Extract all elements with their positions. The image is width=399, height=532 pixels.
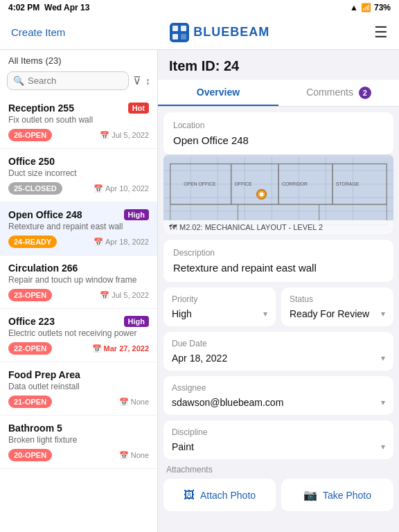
item-desc: Retexture and repaint east wall bbox=[8, 222, 149, 231]
main-layout: All Items (23) 🔍 ⊽ ↕ Reception 255 Hot F… bbox=[0, 50, 399, 532]
priority-select[interactable]: High ▾ bbox=[172, 308, 267, 319]
bluebeam-logo-text: BLUEBEAM bbox=[193, 25, 269, 39]
left-panel: All Items (23) 🔍 ⊽ ↕ Reception 255 Hot F… bbox=[0, 50, 158, 532]
item-title: Reception 255 bbox=[8, 103, 74, 114]
date-icon: 📅 bbox=[100, 131, 109, 140]
discipline-select[interactable]: Paint ▾ bbox=[172, 441, 385, 452]
list-item[interactable]: Office 250 Duct size incorrect 25-CLOSED… bbox=[0, 149, 157, 202]
location-label: Location bbox=[173, 121, 384, 130]
comments-badge: 2 bbox=[359, 87, 371, 99]
item-badge: High bbox=[124, 316, 149, 327]
search-input[interactable] bbox=[28, 76, 123, 86]
tabs-row: Overview Comments 2 bbox=[158, 80, 399, 107]
svg-text:OPEN OFFICE: OPEN OFFICE bbox=[184, 181, 216, 186]
assignee-label: Assignee bbox=[172, 383, 385, 393]
attachments-section: Attachments 🖼 Attach Photo 📷 Take Photo bbox=[163, 465, 393, 511]
list-item[interactable]: Circulation 266 Repair and touch up wind… bbox=[0, 256, 157, 309]
discipline-chevron-icon: ▾ bbox=[381, 442, 385, 452]
svg-rect-1 bbox=[172, 26, 178, 31]
attach-buttons: 🖼 Attach Photo 📷 Take Photo bbox=[163, 479, 393, 511]
location-value: Open Office 248 bbox=[173, 134, 384, 146]
priority-chevron-icon: ▾ bbox=[263, 309, 267, 319]
assignee-field[interactable]: Assignee sdawson@bluebeam.com ▾ bbox=[163, 376, 393, 415]
item-title: Food Prep Area bbox=[8, 369, 80, 380]
due-date-label: Due Date bbox=[172, 339, 385, 348]
item-status-tag: 25-CLOSED bbox=[8, 182, 62, 195]
top-nav: Create Item BLUEBEAM ☰ bbox=[0, 15, 399, 50]
map-icon: 🗺 bbox=[169, 223, 177, 231]
priority-label: Priority bbox=[172, 294, 267, 304]
list-item[interactable]: Office 223 High Electric outlets not rec… bbox=[0, 309, 157, 362]
item-status-tag: 24-READY bbox=[8, 236, 57, 248]
filter-button[interactable]: ⊽ bbox=[133, 74, 141, 87]
priority-status-row: Priority High ▾ Status Ready For Review … bbox=[163, 287, 393, 326]
description-value: Retexture and repaint east wall bbox=[173, 262, 384, 274]
item-badge: Hot bbox=[128, 103, 149, 114]
date-icon: 📅 bbox=[119, 398, 129, 407]
date-icon: 📅 bbox=[100, 291, 109, 300]
status-label: Status bbox=[290, 294, 385, 304]
list-item[interactable]: Reception 255 Hot Fix outlet on south wa… bbox=[0, 96, 157, 149]
logo: BLUEBEAM bbox=[170, 23, 269, 42]
item-desc: Broken light fixture bbox=[8, 435, 149, 445]
item-status-tag: 20-OPEN bbox=[8, 449, 52, 461]
list-item[interactable]: Food Prep Area Data outlet reinstall 21-… bbox=[0, 362, 157, 416]
date-icon: 📅 bbox=[94, 184, 103, 193]
status-icons: ▲ 📶 73% bbox=[350, 3, 391, 12]
item-desc: Duct size incorrect bbox=[8, 168, 149, 178]
map-container: OPEN OFFICE OFFICE CORRIDOR STORAGE 🗺 M2… bbox=[163, 154, 393, 234]
date-icon: 📅 bbox=[92, 344, 102, 353]
status-value: Ready For Review bbox=[290, 308, 369, 319]
assignee-select[interactable]: sdawson@bluebeam.com ▾ bbox=[172, 397, 385, 408]
battery-label: 73% bbox=[374, 3, 391, 12]
status-select[interactable]: Ready For Review ▾ bbox=[290, 308, 385, 319]
date-icon: 📅 bbox=[94, 238, 103, 247]
description-section: Description Retexture and repaint east w… bbox=[163, 240, 393, 282]
item-desc: Repair and touch up window frame bbox=[8, 275, 149, 285]
item-date: 📅Jul 5, 2022 bbox=[100, 291, 149, 300]
sort-button[interactable]: ↕ bbox=[145, 76, 150, 87]
svg-rect-2 bbox=[181, 26, 186, 31]
due-date-select[interactable]: Apr 18, 2022 ▾ bbox=[172, 353, 385, 364]
svg-text:STORAGE: STORAGE bbox=[336, 181, 360, 186]
tab-comments[interactable]: Comments 2 bbox=[278, 80, 399, 106]
tab-overview[interactable]: Overview bbox=[158, 80, 278, 106]
list-header: All Items (23) bbox=[0, 50, 157, 69]
take-photo-button[interactable]: 📷 Take Photo bbox=[281, 479, 393, 511]
attach-photo-icon: 🖼 bbox=[184, 489, 195, 502]
bluebeam-logo-icon bbox=[170, 23, 189, 42]
item-status-tag: 26-OPEN bbox=[8, 129, 52, 141]
list-item[interactable]: Open Office 248 High Retexture and repai… bbox=[0, 202, 157, 256]
item-title: Bathroom 5 bbox=[8, 423, 62, 434]
search-row: 🔍 ⊽ ↕ bbox=[0, 69, 157, 96]
svg-text:CORRIDOR: CORRIDOR bbox=[282, 181, 308, 186]
discipline-field[interactable]: Discipline Paint ▾ bbox=[163, 420, 393, 459]
map-caption: 🗺 M2.02: MECHANICAL LAYOUT - LEVEL 2 bbox=[163, 220, 393, 234]
create-item-button[interactable]: Create Item bbox=[11, 26, 65, 38]
svg-rect-0 bbox=[170, 23, 189, 42]
item-date: 📅 None bbox=[119, 451, 149, 460]
item-status-tag: 22-OPEN bbox=[8, 342, 52, 355]
svg-rect-4 bbox=[181, 34, 186, 39]
discipline-label: Discipline bbox=[172, 427, 385, 437]
status-time: 4:02 PM Wed Apr 13 bbox=[8, 3, 89, 12]
item-status-tag: 21-OPEN bbox=[8, 396, 52, 408]
status-bar: 4:02 PM Wed Apr 13 ▲ 📶 73% bbox=[0, 0, 399, 15]
signal-icon: ▲ bbox=[350, 3, 358, 12]
item-id-title: Item ID: 24 bbox=[169, 58, 388, 74]
priority-field[interactable]: Priority High ▾ bbox=[163, 287, 276, 326]
due-date-value: Apr 18, 2022 bbox=[172, 353, 227, 364]
description-label: Description bbox=[173, 248, 384, 258]
item-date: 📅Apr 10, 2022 bbox=[94, 184, 149, 193]
status-field[interactable]: Status Ready For Review ▾ bbox=[281, 287, 393, 326]
status-chevron-icon: ▾ bbox=[381, 309, 385, 319]
assignee-value: sdawson@bluebeam.com bbox=[172, 397, 283, 408]
svg-text:OFFICE: OFFICE bbox=[235, 181, 252, 186]
item-id-header: Item ID: 24 bbox=[158, 50, 399, 80]
hamburger-menu-button[interactable]: ☰ bbox=[374, 24, 388, 42]
due-date-field[interactable]: Due Date Apr 18, 2022 ▾ bbox=[163, 332, 393, 371]
list-item[interactable]: Bathroom 5 Broken light fixture 20-OPEN … bbox=[0, 416, 157, 469]
attach-photo-button[interactable]: 🖼 Attach Photo bbox=[163, 479, 276, 511]
discipline-value: Paint bbox=[172, 441, 194, 452]
right-panel: Item ID: 24 Overview Comments 2 Location… bbox=[158, 50, 399, 532]
